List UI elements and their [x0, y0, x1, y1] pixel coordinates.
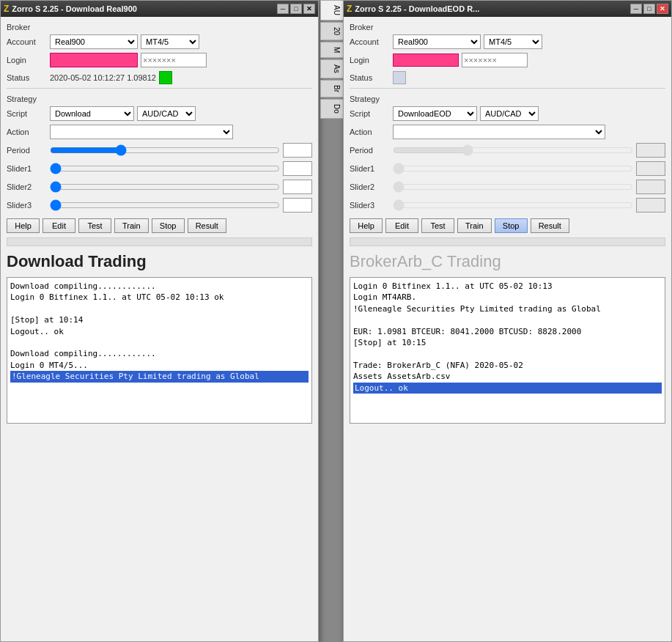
slider1-value-left[interactable]: 0	[283, 161, 312, 176]
asset-select-right[interactable]: AUD/CAD	[480, 106, 539, 121]
slider1-input-right[interactable]	[393, 163, 633, 174]
stop-btn-right[interactable]: Stop	[495, 218, 528, 233]
tab-as[interactable]: As	[320, 59, 344, 78]
period-row-right: Period 60	[350, 143, 665, 158]
window-title-left: Zorro S 2.25 - Download Real900	[12, 4, 137, 13]
minimize-btn-right[interactable]: ─	[630, 4, 642, 14]
password-input-right[interactable]	[462, 53, 528, 67]
log-line-5: Download compiling............	[10, 349, 156, 358]
script-label-right: Script	[350, 109, 390, 118]
divider-right	[350, 88, 665, 89]
period-slider-left[interactable]	[50, 144, 280, 156]
login-input-left[interactable]	[50, 53, 138, 67]
edit-btn-left[interactable]: Edit	[43, 218, 75, 233]
help-btn-right[interactable]: Help	[350, 218, 383, 233]
rlog-line-1: Login 0 Bitfinex 1.1.. at UTC 05-02 10:1…	[353, 281, 553, 291]
rlog-line-2: Login MT4ARB.	[353, 292, 416, 302]
script-select-right[interactable]: DownloadEOD	[393, 106, 477, 121]
tab-au[interactable]: AU	[320, 0, 344, 21]
period-value-left[interactable]: 60	[283, 143, 312, 158]
slider1-label-left: Slider1	[7, 164, 47, 173]
broker-select-right[interactable]: MT4/5	[484, 34, 542, 49]
password-input-left[interactable]	[141, 53, 207, 67]
script-row-left: Script Download AUD/CAD	[7, 106, 312, 121]
slider2-input-right[interactable]	[393, 181, 633, 193]
tab-20[interactable]: 20	[320, 22, 344, 40]
account-select-left[interactable]: Real900	[50, 34, 138, 49]
close-btn-left[interactable]: ✕	[303, 4, 315, 14]
test-btn-right[interactable]: Test	[421, 218, 454, 233]
minimize-btn-left[interactable]: ─	[277, 4, 289, 14]
action-select-left[interactable]	[50, 125, 233, 139]
progress-bar-right	[350, 237, 665, 246]
action-select-right[interactable]	[393, 125, 605, 139]
account-select-right[interactable]: Real900	[393, 34, 481, 49]
period-label-right: Period	[350, 146, 390, 155]
status-row-left: Status 2020-05-02 10:12:27 1.09812	[7, 71, 312, 84]
slider3-input-right[interactable]	[393, 199, 633, 211]
status-indicator-left	[159, 71, 172, 84]
rlog-line-7: Assets AssetsArb.csv	[353, 372, 450, 381]
strategy-section-right: Strategy Script DownloadEOD AUD/CAD Acti…	[350, 95, 665, 213]
test-btn-left[interactable]: Test	[78, 218, 111, 233]
slider2-input-left[interactable]	[50, 181, 280, 193]
login-input-right[interactable]	[393, 54, 459, 67]
progress-bar-left	[7, 237, 312, 246]
period-row-left: Period 60	[7, 143, 312, 158]
log-line-2: Login 0 Bitfinex 1.1.. at UTC 05-02 10:1…	[10, 292, 224, 302]
log-area-right[interactable]: Login 0 Bitfinex 1.1.. at UTC 05-02 10:1…	[350, 277, 665, 424]
status-label-left: Status	[7, 73, 47, 82]
rlog-line-highlighted: Logout.. ok	[353, 383, 662, 394]
slider1-input-left[interactable]	[50, 163, 280, 174]
zorro-icon-right: Z	[347, 4, 352, 14]
broker-select-left[interactable]: MT4/5	[141, 34, 199, 49]
account-row-right: Account Real900 MT4/5	[350, 34, 665, 49]
slider3-input-left[interactable]	[50, 199, 280, 211]
strategy-label-right: Strategy	[350, 95, 665, 103]
login-label-left: Login	[7, 56, 47, 64]
edit-btn-right[interactable]: Edit	[385, 218, 418, 233]
tab-m[interactable]: M	[320, 42, 344, 58]
login-row-left: Login	[7, 53, 312, 67]
train-btn-right[interactable]: Train	[457, 218, 492, 233]
tab-br[interactable]: Br	[320, 80, 344, 97]
slider2-container-left	[50, 181, 280, 193]
result-btn-left[interactable]: Result	[188, 218, 226, 233]
asset-select-left[interactable]: AUD/CAD	[137, 106, 196, 121]
slider1-row-right: Slider1 0	[350, 161, 665, 176]
tab-do[interactable]: Do	[320, 99, 344, 119]
action-label-left: Action	[7, 128, 47, 136]
rlog-line-6: Trade: BrokerArb_C (NFA) 2020-05-02	[353, 361, 523, 370]
window-right: Z Zorro S 2.25 - DownloadEOD R... ─ □ ✕ …	[343, 0, 672, 642]
rlog-line-4: EUR: 1.0981 BTCEUR: 8041.2000 BTCUSD: 88…	[353, 327, 581, 336]
maximize-btn-right[interactable]: □	[643, 4, 655, 14]
window-left: Z Zorro S 2.25 - Download Real900 ─ □ ✕ …	[0, 0, 319, 642]
slider3-value-right[interactable]: 0	[636, 198, 665, 213]
log-line-6: Login 0 MT4/5...	[10, 361, 88, 370]
close-btn-right[interactable]: ✕	[657, 4, 668, 14]
log-line-1: Download compiling............	[10, 281, 156, 291]
slider1-value-right[interactable]: 0	[636, 161, 665, 176]
period-slider-right[interactable]	[393, 144, 633, 156]
slider2-value-left[interactable]: 0	[283, 180, 312, 194]
period-value-right[interactable]: 60	[636, 143, 665, 158]
action-row-left: Action	[7, 125, 312, 139]
help-btn-left[interactable]: Help	[7, 218, 40, 233]
log-area-left[interactable]: Download compiling............ Login 0 B…	[7, 277, 312, 424]
script-select-left[interactable]: Download	[50, 106, 134, 121]
slider2-value-right[interactable]: 0	[636, 180, 665, 194]
window-right-content: Broker Account Real900 MT4/5 Login Statu…	[344, 17, 671, 429]
account-label-left: Account	[7, 37, 47, 46]
slider1-container-left	[50, 163, 280, 174]
window-left-content: Broker Account Real900 MT4/5 Login Statu…	[1, 17, 318, 429]
slider2-label-right: Slider2	[350, 182, 390, 191]
train-btn-left[interactable]: Train	[114, 218, 149, 233]
slider3-value-left[interactable]: 0	[283, 198, 312, 213]
maximize-btn-left[interactable]: □	[290, 4, 302, 14]
slider3-container-left	[50, 199, 280, 211]
result-btn-right[interactable]: Result	[531, 218, 569, 233]
slider3-label-left: Slider3	[7, 201, 47, 210]
button-row-right: Help Edit Test Train Stop Result	[350, 218, 665, 233]
stop-btn-left[interactable]: Stop	[152, 218, 185, 233]
status-indicator-right	[393, 71, 406, 84]
